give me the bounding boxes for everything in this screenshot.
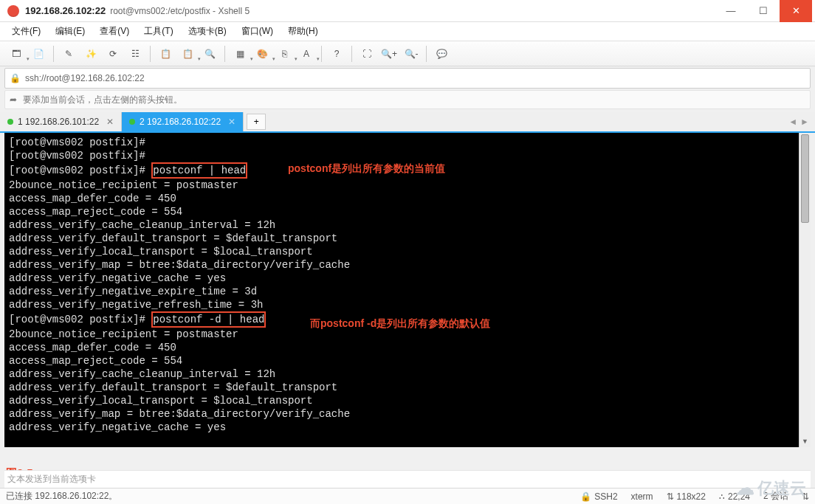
layout-button[interactable]: ▦▾ [230, 44, 250, 64]
pen-icon: ✎ [65, 49, 72, 59]
expand-icon: ⛶ [362, 49, 371, 59]
prompt-line: [root@vms002 postfix]# [9, 314, 151, 325]
menu-edit[interactable]: 编辑(E) [49, 24, 91, 39]
lock-icon: 🔒 [580, 491, 591, 502]
wand-icon: ✨ [86, 49, 97, 59]
fullscreen-button[interactable]: ⛶ [357, 44, 377, 64]
properties-icon: ☷ [131, 49, 140, 59]
copy-icon: 📋 [160, 49, 171, 59]
dropdown-icon: ▾ [317, 56, 320, 62]
tab-close-button[interactable]: ✕ [228, 117, 235, 127]
output-line: address_verify_cache_cleanup_interval = … [9, 219, 275, 231]
address-bar[interactable]: 🔒 ssh://root@192.168.26.102:22 [4, 68, 811, 89]
zoom-out-button[interactable]: 🔍- [401, 44, 422, 64]
close-button[interactable]: ✕ [780, 0, 812, 22]
open-button[interactable]: 📄 [28, 44, 49, 64]
tab-label: 1 192.168.26.101:22 [18, 117, 99, 127]
output-line: 2bounce_notice_recipient = postmaster [9, 179, 238, 191]
tab-close-button[interactable]: ✕ [106, 117, 114, 127]
lock-icon: 🔒 [10, 73, 21, 83]
menu-file[interactable]: 文件(F) [6, 24, 47, 39]
watermark-text: 亿速云 [757, 477, 806, 500]
link-icon: ⎘ [282, 49, 287, 59]
terminal-output[interactable]: [root@vms002 postfix]# [root@vms002 post… [4, 133, 799, 447]
output-line: address_verify_negative_cache = yes [9, 272, 226, 284]
separator [321, 46, 322, 62]
tab-session-2[interactable]: 2 192.168.26.102:22 ✕ [122, 112, 244, 131]
toolbar: 🗔▾ 📄 ✎ ✨ ⟳ ☷ 📋 📋▾ 🔍 ▦▾ 🎨▾ ⎘▾ A▾ ? ⛶ 🔍+ 🔍… [0, 41, 815, 66]
encoding-button[interactable]: ⎘▾ [274, 44, 295, 64]
compose-button[interactable]: ✎ [58, 44, 79, 64]
zoom-out-icon: 🔍- [405, 49, 419, 59]
paste-button[interactable]: 📋▾ [177, 44, 198, 64]
zoom-in-button[interactable]: 🔍+ [379, 44, 399, 64]
reconnect-button[interactable]: ⟳ [103, 44, 123, 64]
output-line: address_verify_map = btree:$data_directo… [9, 259, 350, 271]
minimize-button[interactable]: — [715, 0, 747, 22]
highlighted-command-2: postconf -d | head [151, 311, 266, 328]
tab-next-button[interactable]: ► [800, 117, 809, 127]
tab-nav: ◄ ► [783, 112, 815, 131]
send-text-bar[interactable]: 文本发送到当前选项卡 [4, 470, 811, 488]
output-line: address_verify_negative_refresh_time = 3… [9, 299, 263, 311]
watermark: ☁ 亿速云 [735, 477, 806, 500]
output-line: address_verify_local_transport = $local_… [9, 246, 313, 258]
separator [426, 46, 427, 62]
terminal-scrollbar[interactable]: ▲ ▼ [799, 133, 811, 447]
window-controls: — ☐ ✕ [715, 0, 812, 22]
menu-window[interactable]: 窗口(W) [235, 24, 279, 39]
separator [224, 46, 225, 62]
paste-icon: 📋 [182, 49, 193, 59]
quick-button[interactable]: ✨ [80, 44, 101, 64]
font-icon: A [303, 49, 309, 59]
send-text-placeholder: 文本发送到当前选项卡 [7, 473, 96, 486]
layout-icon: ▦ [236, 49, 244, 59]
session-tabs-bar: 1 192.168.26.101:22 ✕ 2 192.168.26.102:2… [0, 112, 815, 133]
output-line: address_verify_default_transport = $defa… [9, 382, 337, 393]
window-subtitle: root@vms002:/etc/postfix - Xshell 5 [110, 6, 250, 16]
cloud-icon: ☁ [735, 477, 754, 500]
search-icon: 🔍 [204, 49, 216, 59]
tab-label: 2 192.168.26.102:22 [140, 117, 221, 127]
maximize-button[interactable]: ☐ [747, 0, 780, 22]
terminal-container: [root@vms002 postfix]# [root@vms002 post… [4, 133, 811, 447]
open-icon: 📄 [33, 49, 44, 59]
hint-arrow-icon[interactable]: ➦ [10, 94, 17, 105]
new-session-icon: 🗔 [12, 49, 21, 59]
help-icon: ? [334, 49, 340, 59]
output-line: access_map_reject_code = 554 [9, 355, 182, 367]
scroll-down-button[interactable]: ▼ [799, 435, 811, 447]
status-size: ⇅118x22 [667, 491, 706, 502]
menu-view[interactable]: 查看(V) [94, 24, 135, 39]
window-titlebar: 192.168.26.102:22 root@vms002:/etc/postf… [0, 0, 815, 22]
separator [53, 46, 54, 62]
status-protocol-label: SSH2 [594, 491, 617, 502]
prompt-line: [root@vms002 postfix]# [9, 137, 145, 148]
menu-tabs[interactable]: 选项卡(B) [182, 24, 233, 39]
output-line: address_verify_default_transport = $defa… [9, 232, 337, 244]
tab-prev-button[interactable]: ◄ [788, 117, 797, 127]
new-session-button[interactable]: 🗔▾ [6, 44, 27, 64]
status-connected: 已连接 192.168.26.102:22。 [6, 490, 117, 503]
output-line: address_verify_negative_cache = yes [9, 421, 226, 433]
add-tab-button[interactable]: + [247, 114, 266, 130]
tab-session-1[interactable]: 1 192.168.26.101:22 ✕ [0, 112, 122, 131]
separator [150, 46, 151, 62]
output-line: access_map_defer_code = 450 [9, 193, 176, 204]
output-line: address_verify_map = btree:$data_directo… [9, 408, 350, 420]
output-line: address_verify_negative_expire_time = 3d [9, 286, 257, 297]
scrollbar-thumb[interactable] [801, 134, 809, 223]
chat-button[interactable]: 💬 [431, 44, 452, 64]
output-line: 2bounce_notice_recipient = postmaster [9, 328, 238, 340]
search-button[interactable]: 🔍 [199, 44, 220, 64]
font-button[interactable]: A▾ [296, 44, 317, 64]
resize-icon: ⇅ [667, 491, 674, 502]
properties-button[interactable]: ☷ [125, 44, 145, 64]
color-scheme-button[interactable]: 🎨▾ [252, 44, 272, 64]
help-button[interactable]: ? [326, 44, 347, 64]
copy-button[interactable]: 📋 [155, 44, 176, 64]
menu-tools[interactable]: 工具(T) [138, 24, 179, 39]
menu-help[interactable]: 帮助(H) [282, 24, 324, 39]
status-protocol: 🔒SSH2 [580, 491, 617, 502]
annotation-text-2: 而postconf -d是列出所有参数的默认值 [310, 317, 490, 331]
